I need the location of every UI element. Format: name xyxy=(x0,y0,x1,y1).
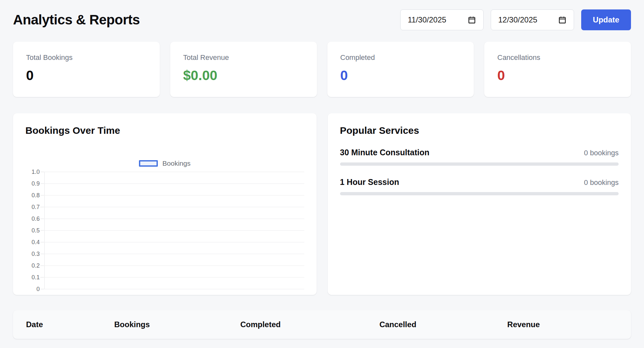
tick-mark xyxy=(40,184,44,184)
calendar-icon[interactable] xyxy=(468,16,476,24)
y-tick: 1.0 xyxy=(25,169,304,175)
stat-card-total-bookings: Total Bookings 0 xyxy=(13,42,160,97)
grid-line xyxy=(44,289,304,289)
popular-services-card: Popular Services 30 Minute Consultation … xyxy=(328,113,631,295)
stat-card-total-revenue: Total Revenue $0.00 xyxy=(170,42,317,97)
service-name: 30 Minute Consultation xyxy=(340,148,430,157)
stat-value: 0 xyxy=(26,68,147,83)
end-date-input[interactable]: 12/30/2025 xyxy=(491,9,574,30)
table-header-cancelled: Cancelled xyxy=(379,320,507,329)
tick-mark xyxy=(40,266,44,266)
tick-mark xyxy=(40,230,44,231)
stats-row: Total Bookings 0 Total Revenue $0.00 Com… xyxy=(13,42,631,97)
table-header-bookings: Bookings xyxy=(114,320,240,329)
service-bookings-count: 0 bookings xyxy=(584,178,619,187)
stat-label: Cancellations xyxy=(497,53,618,62)
y-tick: 0.3 xyxy=(25,251,304,258)
stat-label: Total Revenue xyxy=(183,53,304,62)
y-tick-label: 0.3 xyxy=(25,251,40,258)
y-tick: 0.9 xyxy=(25,180,304,187)
stat-value: $0.00 xyxy=(183,68,304,83)
table-header-date: Date xyxy=(26,320,114,329)
chart-legend[interactable]: Bookings xyxy=(25,160,304,167)
page-title: Analytics & Reports xyxy=(13,12,140,28)
y-tick: 0 xyxy=(25,286,304,293)
tick-mark xyxy=(40,172,44,172)
grid-line xyxy=(44,266,304,266)
y-tick: 0.5 xyxy=(25,227,304,234)
end-date-value: 12/30/2025 xyxy=(498,15,537,24)
bookings-over-time-card: Bookings Over Time Bookings 1.0 0.9 0.8 … xyxy=(13,113,317,295)
chart-title: Bookings Over Time xyxy=(25,125,304,136)
grid-line xyxy=(44,207,304,207)
y-tick-label: 0.9 xyxy=(25,180,40,187)
tick-mark xyxy=(40,242,44,243)
table-header-revenue: Revenue xyxy=(507,320,618,329)
page-header: Analytics & Reports 11/30/2025 12/30/202… xyxy=(13,6,631,34)
y-tick-label: 0 xyxy=(25,286,40,293)
y-tick-label: 0.5 xyxy=(25,227,40,234)
start-date-value: 11/30/2025 xyxy=(408,15,446,24)
legend-swatch-bookings xyxy=(139,160,158,167)
daily-breakdown-table: Date Bookings Completed Cancelled Revenu… xyxy=(13,310,631,339)
bookings-chart-plot-area: 1.0 0.9 0.8 0.7 0.6 0.5 0.4 0.3 0.2 0.1 … xyxy=(25,172,304,289)
grid-line xyxy=(44,242,304,243)
tick-mark xyxy=(40,207,44,207)
y-tick: 0.7 xyxy=(25,204,304,211)
stat-value: 0 xyxy=(497,68,618,83)
legend-label: Bookings xyxy=(162,160,190,167)
service-item: 30 Minute Consultation 0 bookings xyxy=(340,148,619,166)
tick-mark xyxy=(40,254,44,254)
start-date-input[interactable]: 11/30/2025 xyxy=(400,9,484,30)
y-tick-label: 0.1 xyxy=(25,274,40,281)
service-item: 1 Hour Session 0 bookings xyxy=(340,177,619,195)
stat-label: Total Bookings xyxy=(26,53,147,62)
y-tick-label: 0.4 xyxy=(25,239,40,246)
stat-label: Completed xyxy=(340,53,461,62)
service-progress-track xyxy=(340,192,619,195)
service-bookings-count: 0 bookings xyxy=(584,149,619,157)
tick-mark xyxy=(40,277,44,278)
grid-line xyxy=(44,277,304,278)
analytics-page: Analytics & Reports 11/30/2025 12/30/202… xyxy=(0,0,644,339)
tick-mark xyxy=(40,289,44,289)
update-button[interactable]: Update xyxy=(581,9,631,30)
stat-value: 0 xyxy=(340,68,461,83)
stat-card-cancellations: Cancellations 0 xyxy=(484,42,631,97)
y-tick: 0.8 xyxy=(25,192,304,199)
y-tick: 0.4 xyxy=(25,239,304,246)
service-name: 1 Hour Session xyxy=(340,177,399,187)
y-tick-label: 1.0 xyxy=(25,169,40,175)
popular-services-title: Popular Services xyxy=(340,125,619,136)
y-tick-label: 0.2 xyxy=(25,262,40,269)
service-progress-track xyxy=(340,162,619,166)
table-header-row: Date Bookings Completed Cancelled Revenu… xyxy=(13,310,631,339)
grid-line xyxy=(44,254,304,254)
grid-line xyxy=(44,219,304,219)
y-tick: 0.2 xyxy=(25,262,304,269)
y-tick: 0.1 xyxy=(25,274,304,281)
y-tick-label: 0.7 xyxy=(25,204,40,211)
grid-line xyxy=(44,172,304,172)
y-tick-label: 0.8 xyxy=(25,192,40,199)
tick-mark xyxy=(40,195,44,196)
stat-card-completed: Completed 0 xyxy=(327,42,474,97)
calendar-icon[interactable] xyxy=(558,16,567,24)
y-tick-label: 0.6 xyxy=(25,216,40,222)
tick-mark xyxy=(40,219,44,219)
charts-row: Bookings Over Time Bookings 1.0 0.9 0.8 … xyxy=(13,113,631,295)
date-range-controls: 11/30/2025 12/30/2025 xyxy=(400,9,631,30)
grid-line xyxy=(44,184,304,184)
table-header-completed: Completed xyxy=(240,320,379,329)
grid-line xyxy=(44,230,304,231)
y-tick: 0.6 xyxy=(25,216,304,222)
grid-line xyxy=(44,195,304,196)
